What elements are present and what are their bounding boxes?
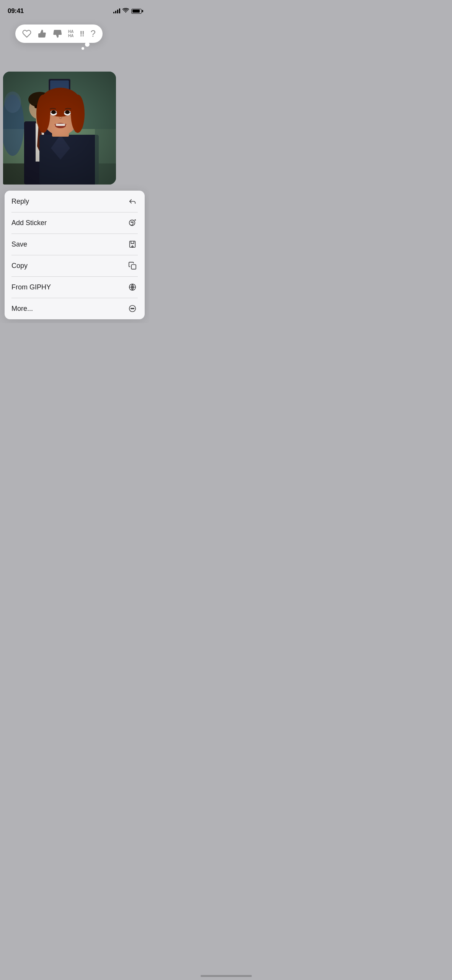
reply-icon bbox=[127, 196, 138, 207]
menu-label-from-giphy: From GIPHY bbox=[11, 283, 51, 291]
menu-item-from-giphy[interactable]: From GIPHY bbox=[5, 276, 145, 298]
svg-point-39 bbox=[131, 308, 132, 309]
reaction-bar: HAHA ‼ ? bbox=[15, 24, 103, 43]
wifi-icon bbox=[122, 8, 129, 15]
status-time: 09:41 bbox=[8, 7, 24, 15]
reaction-heart[interactable] bbox=[22, 29, 31, 38]
svg-point-33 bbox=[132, 222, 133, 222]
haha-label: HAHA bbox=[68, 29, 73, 38]
menu-label-save: Save bbox=[11, 240, 27, 248]
battery-icon bbox=[131, 9, 142, 14]
bubble-tail-large bbox=[85, 42, 90, 47]
app-store-icon bbox=[127, 282, 138, 292]
svg-rect-30 bbox=[3, 72, 116, 185]
reaction-emphasize[interactable]: ‼ bbox=[80, 29, 84, 38]
menu-item-more[interactable]: More... bbox=[5, 298, 145, 319]
svg-point-32 bbox=[131, 222, 132, 222]
message-container bbox=[0, 72, 149, 185]
reaction-thumbdown[interactable] bbox=[53, 29, 62, 38]
reaction-haha[interactable]: HAHA bbox=[68, 29, 73, 38]
message-image bbox=[3, 72, 116, 185]
menu-label-copy: Copy bbox=[11, 262, 28, 270]
reaction-thumbup[interactable] bbox=[38, 29, 47, 38]
status-bar: 09:41 bbox=[0, 0, 149, 17]
menu-item-save[interactable]: Save bbox=[5, 234, 145, 255]
menu-item-reply[interactable]: Reply bbox=[5, 191, 145, 212]
sticker-icon bbox=[127, 217, 138, 228]
svg-point-31 bbox=[129, 220, 135, 226]
content-area: HAHA ‼ ? bbox=[0, 21, 149, 323]
svg-rect-36 bbox=[131, 265, 136, 269]
menu-item-add-sticker[interactable]: Add Sticker bbox=[5, 212, 145, 234]
copy-icon bbox=[127, 260, 138, 271]
svg-point-40 bbox=[132, 308, 133, 309]
menu-label-add-sticker: Add Sticker bbox=[11, 219, 47, 227]
context-menu: Reply Add Sticker bbox=[5, 191, 145, 319]
svg-point-41 bbox=[133, 308, 134, 309]
save-icon bbox=[127, 239, 138, 250]
reaction-question[interactable]: ? bbox=[91, 28, 96, 39]
menu-label-more: More... bbox=[11, 305, 33, 313]
signal-icon bbox=[113, 9, 120, 13]
battery-fill bbox=[132, 10, 140, 13]
menu-item-copy[interactable]: Copy bbox=[5, 255, 145, 276]
menu-label-reply: Reply bbox=[11, 198, 29, 206]
message-bubble[interactable] bbox=[3, 72, 116, 185]
scene-svg bbox=[3, 72, 116, 185]
status-icons bbox=[113, 8, 142, 15]
bubble-tail-small bbox=[82, 47, 84, 50]
more-icon bbox=[127, 303, 138, 314]
